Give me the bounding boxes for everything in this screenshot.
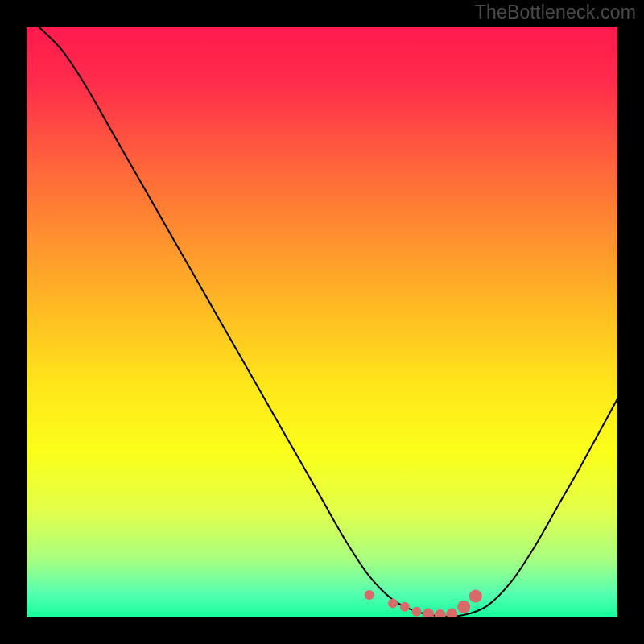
curve-marker (400, 602, 410, 612)
chart-background (27, 27, 617, 617)
chart-frame: TheBottleneck.com (0, 0, 644, 644)
curve-marker (457, 601, 470, 613)
curve-marker (388, 598, 398, 608)
curve-marker (411, 607, 421, 617)
curve-marker (469, 590, 482, 603)
watermark-text: TheBottleneck.com (475, 2, 636, 23)
chart-plot-area (27, 27, 617, 617)
curve-marker (365, 590, 374, 600)
chart-svg (27, 27, 617, 617)
